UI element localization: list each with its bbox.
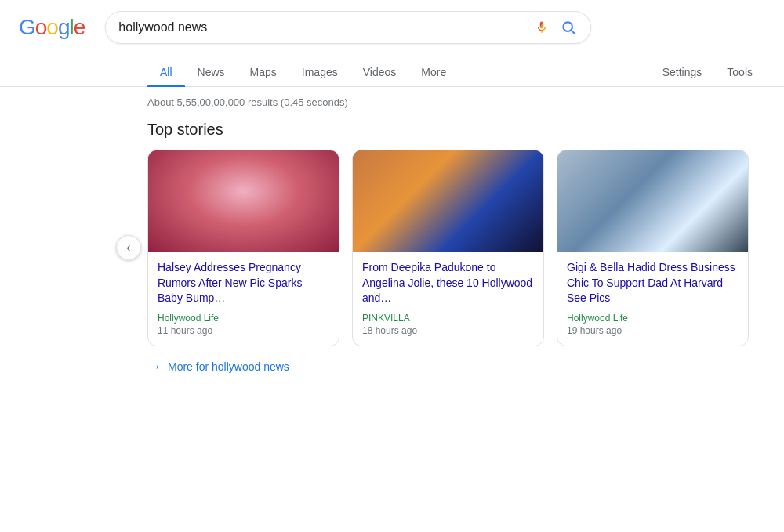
story-source-3: Hollywood Life	[567, 313, 739, 324]
story-image-1	[148, 150, 339, 252]
story-title-3[interactable]: Gigi & Bella Hadid Dress Business Chic T…	[567, 260, 739, 306]
story-time-1: 11 hours ago	[158, 325, 329, 336]
story-title-1[interactable]: Halsey Addresses Pregnancy Rumors After …	[158, 260, 329, 306]
google-logo: Google	[19, 15, 85, 40]
search-button[interactable]	[559, 18, 578, 37]
story-source-2: PINKVILLA	[362, 313, 534, 324]
story-image-2	[353, 150, 543, 252]
search-icons	[534, 18, 578, 37]
story-content-3: Gigi & Bella Hadid Dress Business Chic T…	[557, 252, 748, 346]
story-card-1[interactable]: Halsey Addresses Pregnancy Rumors After …	[147, 150, 339, 346]
stories-container: ‹ Halsey Addresses Pregnancy Rumors Afte…	[147, 150, 784, 346]
nav-item-news[interactable]: News	[185, 58, 238, 86]
story-content-1: Halsey Addresses Pregnancy Rumors After …	[148, 252, 339, 346]
logo-e: e	[74, 15, 85, 40]
nav-item-all[interactable]: All	[147, 58, 185, 86]
nav-item-more[interactable]: More	[408, 58, 459, 86]
header: Google	[0, 0, 784, 44]
nav-item-settings[interactable]: Settings	[650, 58, 715, 86]
logo-o1: o	[35, 15, 47, 40]
nav-item-videos[interactable]: Videos	[350, 58, 409, 86]
story-image-3	[557, 150, 748, 252]
navigation: All News Maps Images Videos More Setting…	[0, 50, 784, 87]
story-source-1: Hollywood Life	[158, 313, 329, 324]
story-time-2: 18 hours ago	[362, 325, 534, 336]
story-content-2: From Deepika Padukone to Angelina Jolie,…	[353, 252, 543, 346]
story-card-3[interactable]: Gigi & Bella Hadid Dress Business Chic T…	[557, 150, 749, 346]
svg-line-1	[572, 31, 575, 34]
logo-g2: g	[58, 15, 70, 40]
arrow-right-icon: →	[147, 359, 162, 375]
results-count: About 5,55,00,00,000 results (0.45 secon…	[147, 96, 784, 108]
search-bar	[105, 11, 591, 44]
logo-o2: o	[46, 15, 58, 40]
more-link-label: More for hollywood news	[168, 360, 289, 373]
microphone-icon[interactable]	[534, 18, 550, 37]
nav-right: Settings Tools	[650, 58, 784, 86]
story-time-3: 19 hours ago	[567, 325, 739, 336]
logo-g: G	[19, 15, 35, 40]
nav-item-maps[interactable]: Maps	[238, 58, 289, 86]
story-card-2[interactable]: From Deepika Padukone to Angelina Jolie,…	[352, 150, 544, 346]
search-input[interactable]	[118, 20, 526, 34]
story-title-2[interactable]: From Deepika Padukone to Angelina Jolie,…	[362, 260, 534, 306]
results-area: About 5,55,00,00,000 results (0.45 secon…	[0, 87, 784, 391]
prev-arrow-button[interactable]: ‹	[116, 235, 141, 260]
nav-item-images[interactable]: Images	[289, 58, 350, 86]
top-stories-heading: Top stories	[147, 121, 784, 139]
nav-item-tools[interactable]: Tools	[714, 58, 765, 86]
more-link[interactable]: → More for hollywood news	[147, 359, 784, 391]
